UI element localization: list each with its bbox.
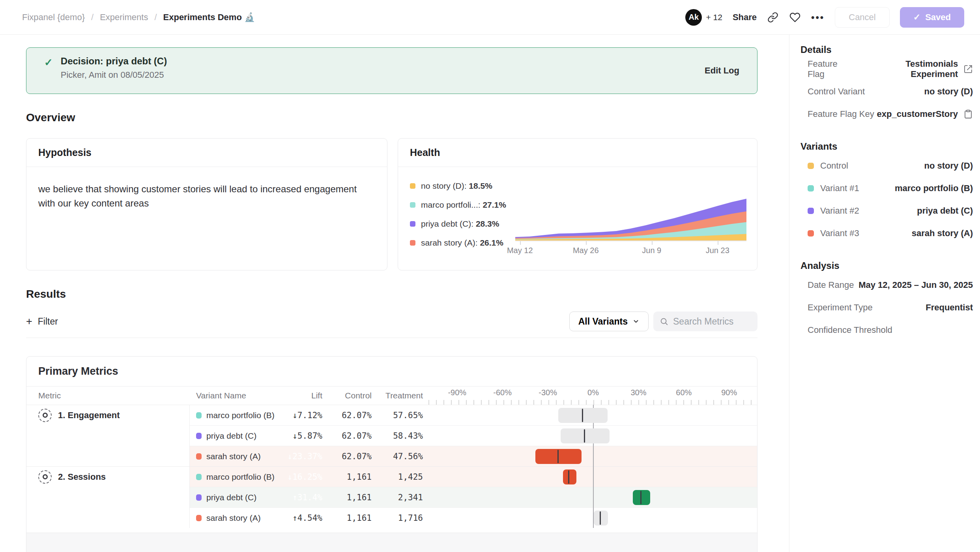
favorite-heart-icon[interactable] [789,11,801,23]
metric-goal-icon [38,409,52,422]
variants-dropdown[interactable]: All Variants [569,312,649,331]
x-axis-tick [652,241,653,245]
treatment-value: 1,716 [377,507,428,528]
x-axis-tick [586,241,587,245]
analysis-row-experiment-type: Experiment Type Frequentist [800,296,973,319]
x-axis-label: Jun 9 [642,246,661,255]
copy-link-icon[interactable] [767,11,779,23]
breadcrumb-separator: / [91,12,94,23]
cancel-button[interactable]: Cancel [835,7,889,28]
table-row[interactable]: priya debt (C) ↓5.87% 62.07% 58.43% [26,425,757,446]
ci-axis-tick-label: 0% [587,388,599,397]
feature-flag-link[interactable]: Testimonials Experiment [857,59,958,79]
analysis-heading: Analysis [800,260,973,271]
health-legend: no story (D): 18.5% marco portfoli...: 2… [410,176,506,252]
treatment-value: 1,425 [377,466,428,487]
clipboard-icon[interactable] [963,109,973,119]
variant-color-swatch [808,185,814,192]
lift-value: ↓7.12% [279,405,328,425]
treatment-value: 58.43% [377,425,428,446]
hypothesis-title: Hypothesis [26,139,387,167]
detail-row-feature-flag-key: Feature Flag Key exp_customerStory [800,103,973,125]
more-options-icon[interactable]: ••• [811,12,825,23]
detail-row-control-variant: Control Variant no story (D) [800,80,973,103]
main-content: ✓ Decision: priya debt (C) Picker, Amit … [0,35,789,552]
external-link-icon[interactable] [963,64,973,74]
ci-mean-marker [568,470,569,484]
ci-mean-marker [600,511,601,525]
analysis-row-confidence-threshold: Confidence Threshold [800,319,973,341]
legend-swatch [410,240,415,246]
avatar-overflow-count[interactable]: + 12 [706,13,722,22]
edit-log-button[interactable]: Edit Log [705,66,739,76]
health-chart-x-axis: May 12May 26Jun 9Jun 23 [515,240,746,256]
x-axis-label: May 26 [573,246,599,255]
variant-color-dot [196,453,202,460]
chevron-down-icon [632,318,640,325]
lift-value: ↑31.4% [279,487,328,507]
table-row[interactable]: 2. Sessions marco portfolio (B) ↓16.25% … [26,466,757,487]
ci-mean-marker [584,429,585,443]
lift-value: ↓5.87% [279,425,328,446]
ci-axis-ticks [428,400,757,405]
table-row[interactable]: 1. Engagement marco portfolio (B) ↓7.12%… [26,405,757,425]
table-body: 1. Engagement marco portfolio (B) ↓7.12%… [26,405,757,528]
decision-banner: ✓ Decision: priya debt (C) Picker, Amit … [26,47,757,94]
legend-swatch [410,183,415,189]
top-bar: Fixpanel {demo} / Experiments / Experime… [0,0,980,35]
saved-button[interactable]: ✓Saved [900,7,964,28]
table-row[interactable]: sarah story (A) ↓23.37% 62.07% 47.56% [26,446,757,466]
add-metric-row: + Add [26,533,757,552]
variant-color-dot [196,515,202,521]
breadcrumb-separator: / [154,12,157,23]
overview-heading: Overview [26,111,757,124]
ci-axis-tick-label: -30% [539,388,557,397]
health-title: Health [398,139,757,167]
avatar[interactable]: Ak [685,9,702,26]
search-metrics-input[interactable] [673,316,748,327]
search-icon [660,317,668,326]
primary-metrics-title: Primary Metrics [26,357,757,387]
zero-baseline [593,405,594,528]
details-heading: Details [800,44,973,55]
check-icon: ✓ [44,56,53,69]
table-row[interactable]: priya debt (C) ↑31.4% 1,161 2,341 [26,487,757,507]
ci-mean-marker [557,450,559,463]
ci-axis-tick-label: -60% [493,388,512,397]
variant-row-1: Variant #1 marco portfolio (B) [800,177,973,199]
legend-swatch [410,221,415,227]
ci-axis-tick-label: 30% [630,388,646,397]
variant-color-swatch [808,163,814,169]
table-row[interactable]: sarah story (A) ↑4.54% 1,161 1,716 [26,507,757,528]
search-metrics-box[interactable] [653,312,757,331]
breadcrumb-current: Experiments Demo 🔬 [163,12,255,23]
lift-value: ↓23.37% [279,446,328,466]
breadcrumb-experiments[interactable]: Experiments [100,12,148,23]
check-icon: ✓ [913,12,920,23]
x-axis-tick [718,241,718,245]
primary-metrics-card: Primary Metrics Metric Variant Name Lift… [26,356,757,552]
decision-title: Decision: priya debt (C) [61,56,167,67]
variant-color-swatch [808,230,814,237]
control-value: 62.07% [328,446,377,466]
breadcrumb-project[interactable]: Fixpanel {demo} [22,12,85,23]
plus-icon: + [26,316,32,327]
control-value: 62.07% [328,425,377,446]
ci-chart-cell [428,425,757,446]
variant-color-dot [196,412,202,419]
variant-color-dot [196,494,202,501]
control-value: 1,161 [328,507,377,528]
x-axis-tick [520,241,521,245]
share-button[interactable]: Share [733,12,757,23]
ci-bar [633,490,650,505]
details-sidebar: Details Feature Flag Testimonials Experi… [789,35,980,552]
variant-color-dot [196,474,202,480]
add-filter-button[interactable]: + Filter [26,316,58,327]
analysis-row-date-range: Date Range May 12, 2025 – Jun 30, 2025 [800,274,973,296]
ci-axis-tick-label: 90% [721,388,737,397]
variant-row-2: Variant #2 priya debt (C) [800,199,973,222]
decision-subtitle: Picker, Amit on 08/05/2025 [61,70,167,80]
variant-color-dot [196,433,202,439]
variant-row-3: Variant #3 sarah story (A) [800,222,973,244]
health-card: Health no story (D): 18.5% marco portfol… [398,138,757,270]
